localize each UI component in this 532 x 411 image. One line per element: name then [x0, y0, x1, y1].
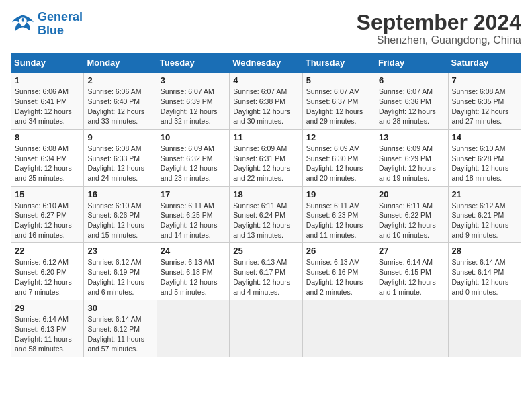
table-row: 29 Sunrise: 6:14 AM Sunset: 6:13 PM Dayl… — [11, 300, 84, 357]
weekday-sunday: Sunday — [11, 54, 84, 73]
table-row: 28 Sunrise: 6:14 AM Sunset: 6:14 PM Dayl… — [448, 243, 521, 300]
day-number: 10 — [161, 132, 226, 142]
day-number: 8 — [15, 132, 80, 142]
day-info: Sunrise: 6:12 AM Sunset: 6:21 PM Dayligh… — [452, 201, 517, 240]
page-header: General Blue September 2024 Shenzhen, Gu… — [11, 11, 521, 46]
calendar-week-row: 1 Sunrise: 6:06 AM Sunset: 6:41 PM Dayli… — [11, 73, 521, 130]
day-info: Sunrise: 6:07 AM Sunset: 6:38 PM Dayligh… — [233, 87, 298, 126]
day-number: 13 — [379, 132, 444, 142]
day-number: 27 — [379, 246, 444, 256]
table-row: 22 Sunrise: 6:12 AM Sunset: 6:20 PM Dayl… — [11, 243, 84, 300]
table-row: 15 Sunrise: 6:10 AM Sunset: 6:27 PM Dayl… — [11, 186, 84, 243]
table-row: 4 Sunrise: 6:07 AM Sunset: 6:38 PM Dayli… — [230, 73, 302, 130]
day-number: 3 — [161, 75, 226, 85]
weekday-monday: Monday — [84, 54, 157, 73]
day-info: Sunrise: 6:13 AM Sunset: 6:16 PM Dayligh… — [306, 257, 371, 297]
table-row: 5 Sunrise: 6:07 AM Sunset: 6:37 PM Dayli… — [302, 73, 375, 130]
day-info: Sunrise: 6:06 AM Sunset: 6:41 PM Dayligh… — [15, 87, 80, 126]
table-row: 18 Sunrise: 6:11 AM Sunset: 6:24 PM Dayl… — [230, 186, 302, 243]
table-row: 27 Sunrise: 6:14 AM Sunset: 6:15 PM Dayl… — [375, 243, 448, 300]
day-info: Sunrise: 6:13 AM Sunset: 6:17 PM Dayligh… — [233, 257, 298, 297]
day-number: 14 — [452, 132, 517, 142]
day-number: 28 — [452, 246, 517, 256]
day-info: Sunrise: 6:07 AM Sunset: 6:36 PM Dayligh… — [379, 87, 444, 126]
table-row: 12 Sunrise: 6:09 AM Sunset: 6:30 PM Dayl… — [302, 129, 375, 186]
table-row: 17 Sunrise: 6:11 AM Sunset: 6:25 PM Dayl… — [157, 186, 229, 243]
day-info: Sunrise: 6:14 AM Sunset: 6:13 PM Dayligh… — [15, 314, 80, 354]
day-number: 4 — [233, 75, 298, 85]
weekday-thursday: Thursday — [302, 54, 375, 73]
day-info: Sunrise: 6:09 AM Sunset: 6:31 PM Dayligh… — [233, 144, 298, 183]
day-number: 20 — [379, 189, 444, 199]
day-number: 6 — [379, 75, 444, 85]
day-info: Sunrise: 6:06 AM Sunset: 6:40 PM Dayligh… — [87, 87, 152, 126]
table-row: 26 Sunrise: 6:13 AM Sunset: 6:16 PM Dayl… — [302, 243, 375, 300]
day-number: 24 — [161, 246, 226, 256]
day-info: Sunrise: 6:08 AM Sunset: 6:34 PM Dayligh… — [15, 144, 80, 183]
day-number: 2 — [87, 75, 152, 85]
day-number: 21 — [452, 189, 517, 199]
table-row: 8 Sunrise: 6:08 AM Sunset: 6:34 PM Dayli… — [11, 129, 84, 186]
calendar-subtitle: Shenzhen, Guangdong, China — [357, 34, 521, 46]
day-number: 16 — [87, 189, 152, 199]
day-info: Sunrise: 6:09 AM Sunset: 6:32 PM Dayligh… — [161, 144, 226, 183]
day-number: 22 — [15, 246, 80, 256]
table-row: 11 Sunrise: 6:09 AM Sunset: 6:31 PM Dayl… — [230, 129, 302, 186]
table-row — [302, 300, 375, 357]
calendar-week-row: 29 Sunrise: 6:14 AM Sunset: 6:13 PM Dayl… — [11, 300, 521, 357]
weekday-wednesday: Wednesday — [230, 54, 302, 73]
table-row: 3 Sunrise: 6:07 AM Sunset: 6:39 PM Dayli… — [157, 73, 229, 130]
calendar-table: Sunday Monday Tuesday Wednesday Thursday… — [11, 53, 521, 357]
day-number: 19 — [306, 189, 371, 199]
logo-name-part1: General — [38, 10, 83, 24]
day-number: 25 — [233, 246, 298, 256]
day-number: 1 — [15, 75, 80, 85]
day-info: Sunrise: 6:07 AM Sunset: 6:37 PM Dayligh… — [306, 87, 371, 126]
weekday-tuesday: Tuesday — [157, 54, 229, 73]
calendar-week-row: 8 Sunrise: 6:08 AM Sunset: 6:34 PM Dayli… — [11, 129, 521, 186]
day-info: Sunrise: 6:08 AM Sunset: 6:35 PM Dayligh… — [452, 87, 517, 126]
table-row — [230, 300, 302, 357]
table-row: 16 Sunrise: 6:10 AM Sunset: 6:26 PM Dayl… — [84, 186, 157, 243]
table-row: 9 Sunrise: 6:08 AM Sunset: 6:33 PM Dayli… — [84, 129, 157, 186]
calendar-title: September 2024 — [357, 11, 521, 34]
logo-name-part2: Blue — [38, 24, 64, 37]
day-info: Sunrise: 6:14 AM Sunset: 6:14 PM Dayligh… — [452, 257, 517, 297]
day-number: 26 — [306, 246, 371, 256]
day-number: 29 — [15, 303, 80, 313]
day-number: 30 — [87, 303, 152, 313]
day-info: Sunrise: 6:10 AM Sunset: 6:27 PM Dayligh… — [15, 201, 80, 240]
table-row: 19 Sunrise: 6:11 AM Sunset: 6:23 PM Dayl… — [302, 186, 375, 243]
table-row: 24 Sunrise: 6:13 AM Sunset: 6:18 PM Dayl… — [157, 243, 229, 300]
table-row: 21 Sunrise: 6:12 AM Sunset: 6:21 PM Dayl… — [448, 186, 521, 243]
calendar-week-row: 15 Sunrise: 6:10 AM Sunset: 6:27 PM Dayl… — [11, 186, 521, 243]
weekday-saturday: Saturday — [448, 54, 521, 73]
logo-text: General Blue — [38, 11, 83, 38]
day-info: Sunrise: 6:11 AM Sunset: 6:22 PM Dayligh… — [379, 201, 444, 240]
logo: General Blue — [11, 11, 83, 38]
weekday-friday: Friday — [375, 54, 448, 73]
day-info: Sunrise: 6:10 AM Sunset: 6:26 PM Dayligh… — [87, 201, 152, 240]
table-row: 20 Sunrise: 6:11 AM Sunset: 6:22 PM Dayl… — [375, 186, 448, 243]
day-number: 15 — [15, 189, 80, 199]
day-info: Sunrise: 6:12 AM Sunset: 6:20 PM Dayligh… — [15, 257, 80, 297]
table-row: 25 Sunrise: 6:13 AM Sunset: 6:17 PM Dayl… — [230, 243, 302, 300]
table-row — [375, 300, 448, 357]
day-number: 23 — [87, 246, 152, 256]
table-row: 10 Sunrise: 6:09 AM Sunset: 6:32 PM Dayl… — [157, 129, 229, 186]
logo-icon — [11, 14, 35, 34]
table-row: 14 Sunrise: 6:10 AM Sunset: 6:28 PM Dayl… — [448, 129, 521, 186]
day-number: 9 — [87, 132, 152, 142]
day-info: Sunrise: 6:11 AM Sunset: 6:23 PM Dayligh… — [306, 201, 371, 240]
table-row: 1 Sunrise: 6:06 AM Sunset: 6:41 PM Dayli… — [11, 73, 84, 130]
day-number: 18 — [233, 189, 298, 199]
table-row: 2 Sunrise: 6:06 AM Sunset: 6:40 PM Dayli… — [84, 73, 157, 130]
day-number: 17 — [161, 189, 226, 199]
table-row: 6 Sunrise: 6:07 AM Sunset: 6:36 PM Dayli… — [375, 73, 448, 130]
day-number: 7 — [452, 75, 517, 85]
day-info: Sunrise: 6:09 AM Sunset: 6:29 PM Dayligh… — [379, 144, 444, 183]
day-number: 11 — [233, 132, 298, 142]
day-info: Sunrise: 6:08 AM Sunset: 6:33 PM Dayligh… — [87, 144, 152, 183]
day-info: Sunrise: 6:12 AM Sunset: 6:19 PM Dayligh… — [87, 257, 152, 297]
calendar-header-row: Sunday Monday Tuesday Wednesday Thursday… — [11, 54, 521, 73]
